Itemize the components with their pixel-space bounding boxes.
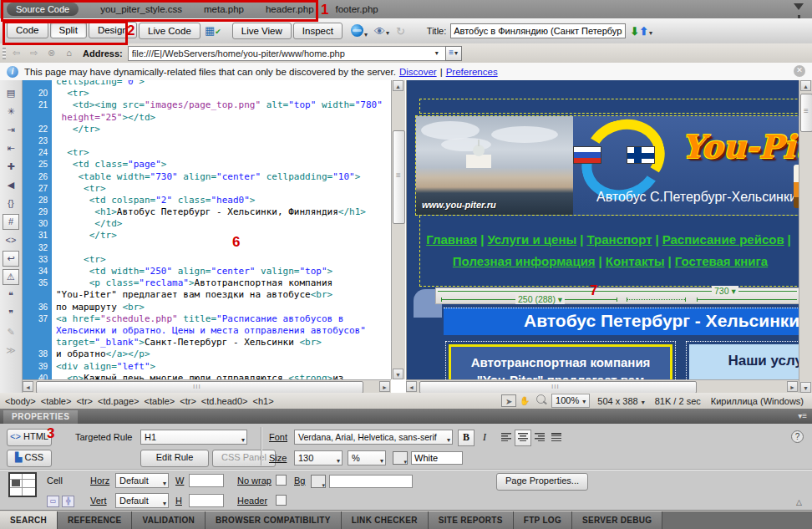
code-vertical-scrollbar[interactable]: ▲ ▼ (391, 80, 405, 379)
no-wrap-checkbox[interactable] (276, 475, 287, 486)
nav-link[interactable]: Главная (426, 232, 477, 247)
preferences-link[interactable]: Preferences (446, 67, 498, 77)
select-parent-tag-icon[interactable]: ◀ (3, 177, 19, 193)
code-horizontal-scrollbar[interactable]: ◄ ► (23, 379, 391, 394)
view-options-icon[interactable]: ≡▾ (445, 46, 462, 61)
code-line[interactable]: 28 <td colspan="2" class="head0"> (23, 195, 391, 206)
code-line[interactable]: 26 <table width="730" align="center" cel… (23, 171, 391, 183)
design-vertical-scrollbar[interactable]: ▲ ▼ (799, 80, 812, 393)
code-line[interactable]: cellspacing="0"> (23, 80, 391, 88)
vert-select[interactable]: Default▾ (115, 493, 169, 508)
code-navigator-icon[interactable]: ✳ (3, 104, 19, 120)
tag-selector-item[interactable]: <td.page> (98, 396, 140, 406)
nav-link[interactable]: Полезная информация (453, 254, 596, 268)
code-line[interactable]: 39<div align="left"> (23, 361, 391, 373)
code-line[interactable]: 32 (23, 242, 391, 254)
home-icon[interactable]: ⌂ (62, 46, 76, 60)
expand-all-icon[interactable]: ✚ (3, 159, 19, 175)
code-line[interactable]: 23 (23, 135, 391, 147)
size-select[interactable]: 130▾ (294, 450, 343, 465)
title-input[interactable] (450, 23, 626, 38)
word-wrap-icon[interactable]: ↩ (3, 251, 19, 267)
edit-rule-button[interactable]: Edit Rule (140, 450, 209, 467)
tag-selector-item[interactable]: <td.head0> (201, 396, 248, 406)
bg-color-swatch[interactable] (311, 475, 326, 488)
file-management-icon[interactable]: ⬇⬆▾ (630, 25, 652, 38)
code-line[interactable]: 35 <p class="reclama">Автотранспортная к… (23, 277, 391, 289)
split-cell-icon[interactable]: ╬ (62, 496, 74, 507)
collapse-panel-icon[interactable]: △ (796, 498, 802, 506)
close-infobar-icon[interactable]: ✕ (794, 65, 805, 77)
address-input[interactable] (128, 46, 447, 61)
results-tab-browser-compatibility[interactable]: BROWSER COMPATIBILITY (206, 511, 342, 529)
code-line[interactable]: 27 <tr> (23, 183, 391, 195)
horz-select[interactable]: Default▾ (115, 473, 169, 488)
design-view[interactable]: www.you-piter.ru You-Piter Автобус С.Пет… (406, 80, 799, 379)
forward-icon[interactable]: ⇨ (27, 46, 41, 60)
code-line[interactable]: 40 <p>Каждый день многие люди отправляют… (23, 373, 391, 379)
column-width-250-label[interactable]: 250 (288) ▾ (515, 294, 565, 304)
code-line[interactable]: 38и обратно</a></p> (23, 348, 391, 360)
live-view-button[interactable]: Live View (232, 23, 292, 39)
design-horizontal-scrollbar[interactable]: ◄ ► (406, 379, 799, 394)
split-view-button[interactable]: Split (50, 22, 87, 38)
targeted-rule-select[interactable]: H1▾ (140, 430, 247, 445)
properties-tab[interactable]: PROPERTIES (3, 410, 78, 424)
results-tab-validation[interactable]: VALIDATION (132, 511, 206, 529)
results-tab-server-debug[interactable]: SERVER DEBUG (572, 511, 662, 529)
results-tab-search[interactable]: SEARCH (0, 511, 58, 529)
balance-braces-icon[interactable]: {} (3, 196, 19, 211)
header-checkbox[interactable] (276, 495, 287, 506)
code-line[interactable]: 20 <tr> (23, 88, 391, 99)
results-tab-ftp-log[interactable]: FTP LOG (514, 511, 572, 529)
back-icon[interactable]: ⇦ (9, 46, 23, 60)
size-unit-select[interactable]: %▾ (348, 450, 386, 465)
nav-link[interactable]: Услуги и цены (487, 232, 576, 247)
h-input[interactable] (189, 494, 224, 507)
align-right-button[interactable] (531, 430, 548, 446)
code-view[interactable]: cellspacing="0">20 <tr>21 <td><img src="… (23, 80, 391, 379)
w-input[interactable] (189, 474, 224, 487)
merge-cells-icon[interactable]: ▭ (47, 496, 59, 507)
results-tab-reference[interactable]: REFERENCE (58, 511, 132, 529)
code-line[interactable]: 34 <td width="250" align="center" valign… (23, 266, 391, 277)
tag-selector-item[interactable]: <h1> (253, 396, 274, 406)
code-line[interactable]: "You-Piter" предлагает вам поездки на ав… (23, 289, 391, 301)
text-color-input[interactable] (411, 451, 463, 465)
refresh-icon[interactable]: ↻ (396, 25, 405, 38)
code-line[interactable]: 21 <td><img src="images/page_top.png" al… (23, 99, 391, 111)
apply-comment-icon[interactable]: ❝ (3, 287, 19, 303)
code-view-button[interactable]: Code (7, 22, 48, 38)
bg-color-input[interactable] (329, 475, 413, 488)
code-line[interactable]: 25 <td class="page"> (23, 159, 391, 170)
line-numbers-icon[interactable]: # (3, 214, 19, 230)
font-select[interactable]: Verdana, Arial, Helvetica, sans-serif▾ (294, 430, 453, 445)
nav-link[interactable]: Транспорт (586, 232, 652, 247)
code-line[interactable]: 33 <tr> (23, 254, 391, 266)
live-code-options-icon[interactable]: ▦✔ (205, 23, 221, 38)
tag-selector-item[interactable]: <body> (5, 396, 36, 406)
bold-button[interactable]: B (458, 430, 475, 446)
align-center-button[interactable] (515, 430, 531, 446)
text-color-swatch[interactable] (393, 451, 408, 465)
indent-code-icon[interactable]: ✎ (3, 324, 19, 340)
code-line[interactable]: target="_blank">Санкт-Петербург - Хельси… (23, 337, 391, 348)
nav-link[interactable]: Гостевая книга (675, 254, 768, 268)
design-view-button[interactable]: Design (89, 22, 137, 38)
code-line[interactable]: 24 <tr> (23, 147, 391, 159)
code-line[interactable]: 31 </tr> (23, 230, 391, 242)
align-left-button[interactable] (498, 430, 515, 446)
address-dropdown-icon[interactable]: ▾ (435, 49, 439, 57)
hand-tool-icon[interactable]: ✋ (517, 394, 532, 407)
html-mode-button[interactable]: <> HTML (7, 429, 52, 446)
css-panel-button[interactable]: CSS Panel (212, 450, 276, 467)
window-size-dropdown[interactable]: 504 x 388 ▾ (597, 396, 644, 406)
code-line[interactable]: 36по маршруту <br> (23, 302, 391, 313)
table-width-indicator[interactable]: 730 ▾ 250 (288) ▾ (435, 287, 799, 304)
syntax-error-alerts-icon[interactable]: ⚠ (3, 269, 19, 285)
align-justify-button[interactable] (548, 430, 565, 446)
nav-link[interactable]: Контакты (606, 254, 665, 268)
stop-icon[interactable]: ⊗ (44, 46, 58, 60)
remove-comment-icon[interactable]: ❞ (3, 306, 19, 322)
code-line[interactable]: Хельсинки и обратно. Цены и места отправ… (23, 325, 391, 337)
